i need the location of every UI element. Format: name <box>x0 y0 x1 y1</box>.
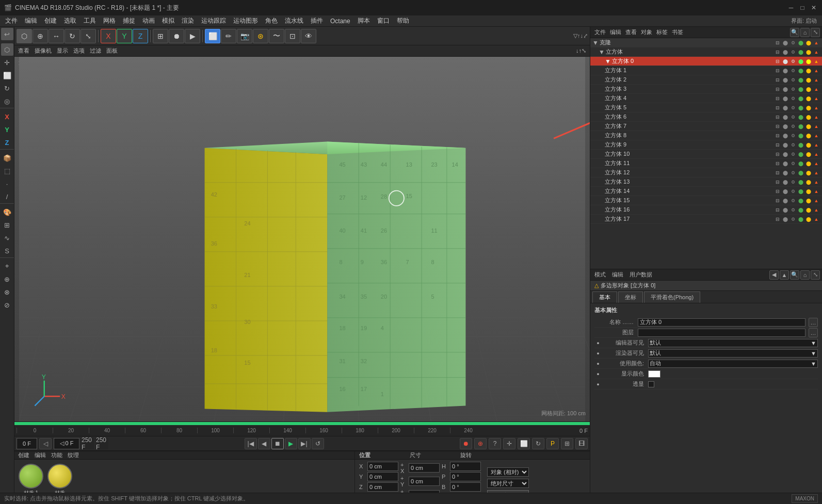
x-axis-btn[interactable]: X <box>101 29 116 43</box>
record-btn[interactable]: ⏺ <box>169 29 184 43</box>
mat-create[interactable]: 创建 <box>17 451 31 459</box>
am-layer-btn[interactable]: … <box>809 328 818 337</box>
z-axis-btn[interactable]: Z <box>133 29 148 43</box>
am-left-icon[interactable]: ◀ <box>769 270 779 280</box>
menu-anim[interactable]: 动画 <box>139 15 158 26</box>
poly-mode[interactable]: ⬚ <box>1 165 13 177</box>
checker-tool[interactable]: ⊞ <box>1 219 13 231</box>
record-film-btn[interactable]: 🎞 <box>575 438 588 449</box>
am-home-icon[interactable]: ⌂ <box>800 270 810 280</box>
x-axis[interactable]: X <box>1 110 13 123</box>
morph-tool[interactable]: ⊘ <box>1 299 13 311</box>
menu-window[interactable]: 窗口 <box>374 15 393 26</box>
om-view[interactable]: 查看 <box>623 28 639 36</box>
z-axis[interactable]: Z <box>1 136 13 149</box>
am-color-swatch[interactable] <box>648 370 660 378</box>
stop-btn[interactable]: ⏹ <box>271 438 284 449</box>
material-2-swatch[interactable] <box>47 464 72 489</box>
null-btn[interactable]: ⊡ <box>285 29 300 43</box>
om-row-cube-14[interactable]: 立方体 14 ⊟⬤⚙⬤⬤▲ <box>590 187 822 196</box>
material-1-swatch[interactable] <box>19 464 43 489</box>
am-tab-basic[interactable]: 基本 <box>592 291 617 303</box>
x-rot-input[interactable] <box>450 462 481 471</box>
menu-motion-track[interactable]: 运动跟踪 <box>198 15 229 26</box>
x-size-input[interactable] <box>409 463 440 473</box>
om-file[interactable]: 文件 <box>592 28 608 36</box>
record-auto-btn[interactable]: ⊕ <box>474 438 487 449</box>
menu-tools[interactable]: 工具 <box>80 15 99 26</box>
om-row-cube-0[interactable]: ▼ 立方体 0 ⊟ ⬤ ⚙ ⬤ ⬤ ▲ <box>590 57 822 66</box>
coord-mode-select[interactable]: 对象 (相对) 世界坐标 <box>487 467 529 477</box>
y-axis-btn[interactable]: Y <box>117 29 132 43</box>
menu-snap[interactable]: 捕捉 <box>120 15 138 26</box>
am-use-color-dropdown[interactable]: 自动 ▼ <box>648 360 818 368</box>
camera-btn[interactable]: 📷 <box>237 29 252 43</box>
viewport-camera[interactable]: 摄像机 <box>33 47 53 55</box>
goto-start-btn[interactable]: |◀ <box>245 438 257 449</box>
am-name-btn[interactable]: … <box>809 318 818 327</box>
om-row-cube-17[interactable]: 立方体 17 ⊟⬤⚙⬤⬤▲ <box>590 215 822 224</box>
paint-tool[interactable]: 🎨 <box>1 206 13 218</box>
om-row-cube-5[interactable]: 立方体 5 ⊟⬤⚙⬤⬤▲ <box>590 103 822 112</box>
om-row-cube-13[interactable]: 立方体 13 ⊟⬤⚙⬤⬤▲ <box>590 177 822 187</box>
om-row-cube-2[interactable]: 立方体 2 ⊟⬤⚙⬤⬤▲ <box>590 75 822 85</box>
menu-render[interactable]: 渲染 <box>179 15 197 26</box>
om-row-cube-15[interactable]: 立方体 15 ⊟⬤⚙⬤⬤▲ <box>590 196 822 205</box>
mat-function[interactable]: 功能 <box>50 451 64 459</box>
viewport-options[interactable]: 选项 <box>72 47 86 55</box>
om-tag[interactable]: 标签 <box>654 28 670 36</box>
menu-mesh[interactable]: 网格 <box>100 15 119 26</box>
am-editor-vis-dropdown[interactable]: 默认 ▼ <box>648 339 818 347</box>
close-btn[interactable]: ✕ <box>810 4 818 12</box>
viewport-3d[interactable]: 透视视图 <box>14 57 590 421</box>
om-row-cube-7[interactable]: 立方体 7 ⊟⬤⚙⬤⬤▲ <box>590 122 822 131</box>
model-mode[interactable]: 📦 <box>1 152 13 164</box>
record-P-btn[interactable]: P <box>546 438 559 449</box>
record-help-btn[interactable]: ? <box>489 438 501 449</box>
move-tool-btn[interactable]: ↔ <box>49 29 64 43</box>
om-row-cube-10[interactable]: 立方体 10 ⊟⬤⚙⬤⬤▲ <box>590 150 822 159</box>
menu-file[interactable]: 文件 <box>2 15 21 26</box>
om-row-cube-3[interactable]: 立方体 3 ⊟⬤⚙⬤⬤▲ <box>590 85 822 94</box>
rotate-tool-btn[interactable]: ↻ <box>65 29 80 43</box>
am-render-vis-dropdown[interactable]: 默认 ▼ <box>648 349 818 357</box>
mat-edit[interactable]: 编辑 <box>33 451 47 459</box>
om-bookmark[interactable]: 书签 <box>670 28 685 36</box>
om-row-cube-4[interactable]: 立方体 4 ⊟⬤⚙⬤⬤▲ <box>590 94 822 103</box>
am-edit[interactable]: 编辑 <box>610 271 625 279</box>
am-search-icon[interactable]: 🔍 <box>790 270 799 280</box>
om-search-icon[interactable]: 🔍 <box>790 28 799 37</box>
light-btn[interactable]: ⊛ <box>253 29 268 43</box>
z-rot-input[interactable] <box>450 482 481 492</box>
y-rot-input[interactable] <box>450 472 481 481</box>
am-up-icon[interactable]: ▲ <box>780 270 789 280</box>
menu-mograph[interactable]: 运动图形 <box>230 15 261 26</box>
am-transparent-checkbox[interactable] <box>648 381 654 387</box>
knife-tool[interactable]: ⊕ <box>1 273 13 285</box>
viewport-panels[interactable]: 面板 <box>105 47 119 55</box>
y-axis[interactable]: Y <box>1 123 13 136</box>
record-pos-btn[interactable]: ✛ <box>503 438 515 449</box>
om-edit[interactable]: 编辑 <box>608 28 623 36</box>
record-rot-btn[interactable]: ↻ <box>532 438 544 449</box>
deform-btn[interactable]: 〜 <box>269 29 284 43</box>
edge-mode[interactable]: / <box>1 190 13 203</box>
om-row-cube-1[interactable]: 立方体 1 ⊟⬤⚙⬤⬤▲ <box>590 66 822 75</box>
x-pos-input[interactable] <box>367 462 398 471</box>
loop-btn[interactable]: ↺ <box>312 438 324 449</box>
scale-tool[interactable]: ⬜ <box>1 69 13 82</box>
select-tool[interactable]: ⬡ <box>1 43 13 56</box>
frame-prev-minor[interactable]: ◁ <box>39 438 52 449</box>
play-btn[interactable]: ▶ <box>185 29 200 43</box>
pencil-btn[interactable]: ✏ <box>221 29 236 43</box>
goto-end-btn[interactable]: ▶| <box>298 438 311 449</box>
point-mode[interactable]: · <box>1 177 13 190</box>
om-row-cube-parent[interactable]: ▼ 立方体 ⊟ ⬤ ⚙ ⬤ ⬤ ▲ <box>590 47 822 57</box>
select-rect-btn[interactable]: ⬡ <box>17 29 32 43</box>
menu-plugin[interactable]: 插件 <box>308 15 326 26</box>
z-pos-input[interactable] <box>367 482 398 492</box>
am-layer-input[interactable] <box>638 329 805 337</box>
measure-tool[interactable]: ⌖ <box>1 260 13 272</box>
am-mode[interactable]: 模式 <box>592 271 608 279</box>
menu-pipeline[interactable]: 流水线 <box>282 15 307 26</box>
